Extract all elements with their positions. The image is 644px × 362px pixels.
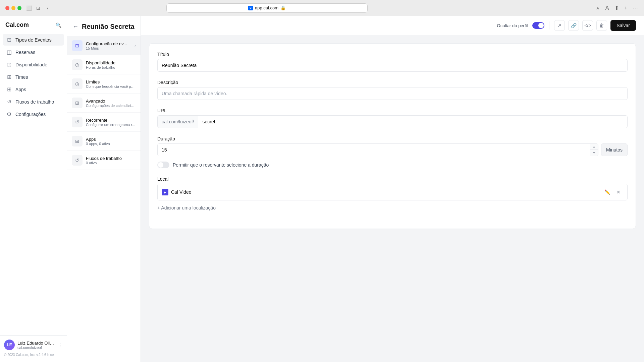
sidebar-item-event-types[interactable]: ⊡ Tipos de Eventos [3, 34, 64, 46]
availability-nav-icon: ◷ [72, 59, 83, 70]
sec-nav-sub: 0 ativo [86, 161, 136, 165]
duration-input[interactable] [158, 144, 590, 156]
back-button[interactable]: ← [72, 23, 78, 30]
user-name: Luiz Eduardo Oliv... [17, 341, 55, 346]
settings-icon: ⚙ [6, 111, 12, 117]
code-icon: </> [584, 23, 591, 28]
hide-profile-toggle[interactable] [532, 22, 544, 29]
sec-nav-sub: Com que frequência você po... [86, 84, 136, 88]
hide-profile-label: Ocultar do perfil [497, 23, 528, 28]
text-smaller-icon[interactable]: A [594, 5, 601, 11]
sec-nav-item-config[interactable]: ⊡ Configuração de ev... 15 Mins › [67, 36, 141, 55]
duration-label: Duração [157, 136, 628, 141]
sidebar-item-bookings[interactable]: ◫ Reservas [3, 46, 64, 58]
sec-nav-sub: Horas de trabalho [86, 65, 136, 69]
maximize-dot[interactable] [17, 6, 21, 10]
sec-nav-text-config: Configuração de ev... 15 Mins [86, 41, 131, 50]
config-icon: ⊡ [72, 40, 83, 51]
form-group-url: URL cal.com/luizeof/ [157, 108, 628, 128]
add-location-button[interactable]: + Adicionar uma localização [157, 203, 216, 213]
sec-nav-item-limits[interactable]: ◷ Limites Com que frequência você po... [67, 74, 141, 94]
remove-location-button[interactable]: ✕ [614, 187, 623, 197]
sec-nav-item-recurring[interactable]: ↺ Recorrente Configurar um cronograma r.… [67, 113, 141, 132]
duration-input-wrap: ▲ ▼ [157, 143, 598, 156]
form-body: Título Descrição URL cal.com/luizeof/ [141, 35, 644, 237]
app-container: Cal.com 🔍 ⊡ Tipos de Eventos ◫ Reservas … [0, 16, 644, 362]
title-label: Título [157, 52, 628, 57]
new-tab-icon[interactable]: + [623, 5, 629, 11]
allow-duration-row: Permitir que o reservante selecione a du… [157, 162, 628, 168]
more-icon[interactable]: ⋯ [632, 5, 639, 11]
browser-right-controls: A A ⬆ + ⋯ [594, 5, 639, 11]
cal-video-icon: ▶ [162, 189, 168, 195]
sec-nav-item-advanced[interactable]: ⊞ Avançado Configurações de calendário..… [67, 94, 141, 113]
allow-duration-toggle[interactable] [157, 162, 169, 168]
browser-dots [5, 6, 21, 10]
sidebar-toggle-icon[interactable]: ⬜ [25, 5, 32, 11]
page-title: Reunião Secreta [82, 23, 135, 31]
sidebar-item-apps[interactable]: ⊞ Apps [3, 83, 64, 95]
recurring-nav-icon: ↺ [72, 117, 83, 127]
advanced-nav-icon: ⊞ [72, 98, 83, 108]
url-row: cal.com/luizeof/ [157, 115, 628, 128]
sidebar-item-workflows[interactable]: ↺ Fluxos de trabalho [3, 96, 64, 108]
sidebar-item-teams[interactable]: ⊞ Times [3, 71, 64, 83]
sec-nav-label: Apps [86, 137, 136, 142]
text-larger-icon[interactable]: A [604, 5, 610, 11]
external-link-button[interactable]: ↗ [554, 20, 565, 31]
code-button[interactable]: </> [582, 20, 593, 31]
sec-nav-text-workflows: Fluxos de trabalho 0 ativo [86, 156, 136, 165]
form-toolbar: Ocultar do perfil ↗ 🔗 </> 🗑 Salvar [141, 16, 644, 35]
duration-increment-button[interactable]: ▲ [590, 144, 598, 150]
save-button[interactable]: Salvar [610, 20, 636, 31]
location-label: Local [157, 176, 628, 182]
form-group-duration: Duração ▲ ▼ Minutos [157, 136, 628, 156]
sec-nav-text-availability: Disponibilidade Horas de trabalho [86, 60, 136, 69]
user-more-icon[interactable]: ⋮ [57, 342, 63, 348]
sidebar-item-settings[interactable]: ⚙ Configurações [3, 108, 64, 120]
form-group-desc: Descrição [157, 80, 628, 100]
share-icon[interactable]: ⬆ [613, 5, 620, 11]
sidebar-copyright: © 2023 Cal.com, Inc. v.2.4.6-h-ce [4, 353, 63, 357]
url-input[interactable] [198, 116, 627, 128]
sec-nav-sub: Configurar um cronograma r... [86, 123, 136, 127]
sec-nav-sub: Configurações de calendário... [86, 104, 136, 108]
url-label: URL [157, 108, 628, 113]
sidebar-item-availability[interactable]: ◷ Disponibilidade [3, 59, 64, 70]
back-browser-icon[interactable]: ‹ [44, 5, 51, 11]
tab-icon[interactable]: ⊡ [35, 5, 42, 11]
allow-duration-label: Permitir que o reservante selecione a du… [173, 162, 269, 168]
duration-decrement-button[interactable]: ▼ [590, 150, 598, 156]
browser-controls: ⬜ ⊡ ‹ [25, 5, 51, 11]
link-button[interactable]: 🔗 [568, 20, 579, 31]
chevron-right-icon: › [135, 43, 136, 48]
sec-nav-item-apps[interactable]: ⊞ Apps 0 apps, 0 ativo [67, 132, 141, 151]
address-bar[interactable]: C app.cal.com 🔒 [166, 3, 368, 13]
form-group-location: Local ▶ Cal Video ✏️ ✕ + Adicionar uma l… [157, 176, 628, 213]
limits-nav-icon: ◷ [72, 78, 83, 89]
sec-nav-label: Disponibilidade [86, 60, 136, 65]
sec-nav-item-workflows[interactable]: ↺ Fluxos de trabalho 0 ativo [67, 151, 141, 170]
title-input[interactable] [157, 59, 628, 72]
search-icon[interactable]: 🔍 [56, 22, 61, 28]
minimize-dot[interactable] [11, 6, 15, 10]
event-types-icon: ⊡ [6, 37, 12, 43]
sec-nav-text-advanced: Avançado Configurações de calendário... [86, 99, 136, 108]
delete-button[interactable]: 🗑 [596, 20, 607, 31]
sec-nav-label: Fluxos de trabalho [86, 156, 136, 161]
desc-input[interactable] [157, 87, 628, 100]
avatar: LE [4, 340, 15, 350]
sidebar: Cal.com 🔍 ⊡ Tipos de Eventos ◫ Reservas … [0, 16, 67, 362]
browser-chrome: ⬜ ⊡ ‹ C app.cal.com 🔒 A A ⬆ + ⋯ [0, 0, 644, 16]
toolbar-divider [549, 21, 549, 29]
location-name: Cal Video [171, 189, 602, 195]
close-dot[interactable] [5, 6, 9, 10]
duration-unit-button[interactable]: Minutos [601, 143, 628, 156]
external-link-icon: ↗ [557, 23, 561, 28]
sec-nav-text-apps: Apps 0 apps, 0 ativo [86, 137, 136, 146]
apps-icon: ⊞ [6, 86, 12, 93]
edit-location-button[interactable]: ✏️ [602, 187, 612, 197]
teams-icon: ⊞ [6, 74, 12, 80]
sec-nav-item-availability[interactable]: ◷ Disponibilidade Horas de trabalho [67, 55, 141, 74]
workflows-icon: ↺ [6, 99, 12, 105]
